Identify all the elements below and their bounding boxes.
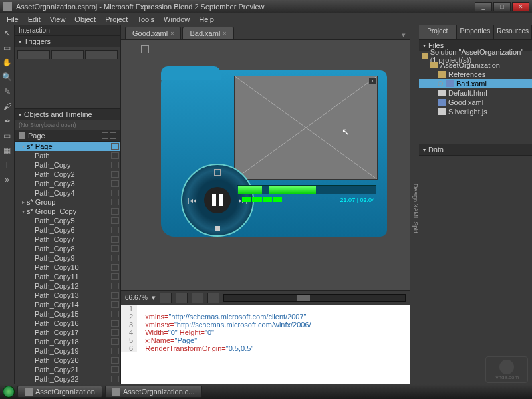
- visibility-toggle-icon[interactable]: [111, 329, 119, 336]
- pen-tool-icon[interactable]: ✒: [2, 116, 13, 126]
- visibility-toggle-icon[interactable]: [111, 236, 119, 243]
- eyedropper-tool-icon[interactable]: ✎: [2, 86, 13, 97]
- stop-icon[interactable]: [215, 226, 220, 231]
- menu-window[interactable]: Window: [160, 15, 194, 24]
- artboard[interactable]: x ↖ |◂◂ ▸▸| 21.07 | 02.04: [121, 40, 410, 290]
- layout-tool-icon[interactable]: ▦: [2, 145, 13, 156]
- view-split-button[interactable]: [192, 293, 203, 303]
- tree-item[interactable]: Path_Copy12: [15, 281, 120, 291]
- text-tool-icon[interactable]: T: [2, 160, 13, 170]
- zoom-dropdown-icon[interactable]: ▾: [152, 293, 156, 302]
- visibility-toggle-icon[interactable]: [111, 180, 119, 187]
- menu-tools[interactable]: Tools: [133, 15, 158, 24]
- tree-item[interactable]: Path_Copy19: [15, 346, 120, 356]
- menu-edit[interactable]: Edit: [24, 15, 45, 24]
- tree-item[interactable]: Path_Copy21: [15, 365, 120, 374]
- view-snap-button[interactable]: [176, 293, 188, 303]
- file-item[interactable]: References: [419, 70, 532, 79]
- tree-item[interactable]: Path_Copy9: [15, 253, 120, 263]
- menu-project[interactable]: Project: [101, 15, 132, 24]
- visibility-toggle-icon[interactable]: [111, 199, 119, 205]
- tree-item[interactable]: Path_Copy17: [15, 328, 120, 337]
- visibility-toggle-icon[interactable]: [111, 152, 119, 159]
- start-button[interactable]: [3, 386, 15, 398]
- taskbar-item[interactable]: AssetOrganization: [17, 386, 102, 398]
- visibility-toggle-icon[interactable]: [111, 208, 119, 215]
- tree-item[interactable]: ▾s* Page: [15, 142, 120, 151]
- visibility-toggle-icon[interactable]: [111, 283, 119, 289]
- taskbar-item[interactable]: AssetOrganization.c...: [105, 386, 202, 398]
- visibility-toggle-icon[interactable]: [111, 311, 119, 317]
- visibility-toggle-icon[interactable]: [111, 366, 119, 373]
- tree-item[interactable]: Path_Copy15: [15, 309, 120, 319]
- visibility-toggle-icon[interactable]: [111, 227, 119, 233]
- visibility-toggle-icon[interactable]: [111, 376, 119, 382]
- view-fit-button[interactable]: [207, 293, 219, 303]
- tree-item[interactable]: Path_Copy11: [15, 272, 120, 281]
- visibility-toggle-icon[interactable]: [111, 320, 119, 327]
- maximize-button[interactable]: □: [493, 2, 511, 11]
- visibility-icon[interactable]: [110, 132, 116, 139]
- tree-item[interactable]: Path_Copy20: [15, 356, 120, 365]
- tree-item[interactable]: Path_Copy22: [15, 374, 120, 384]
- tree-item[interactable]: ▸s* Group: [15, 198, 120, 207]
- document-tab[interactable]: Good.xaml×: [125, 27, 181, 39]
- zoom-tool-icon[interactable]: 🔍: [2, 72, 13, 82]
- pause-button[interactable]: [204, 187, 231, 213]
- minimize-button[interactable]: _: [475, 2, 492, 11]
- tree-item[interactable]: Path_Copy14: [15, 300, 120, 309]
- file-item[interactable]: Silverlight.js: [419, 107, 532, 116]
- close-button[interactable]: ✕: [512, 2, 529, 11]
- tree-item[interactable]: Path_Copy4: [15, 188, 120, 198]
- tree-item[interactable]: Path_Copy3: [15, 179, 120, 188]
- rectangle-tool-icon[interactable]: ▭: [2, 130, 13, 141]
- visibility-toggle-icon[interactable]: [111, 357, 119, 364]
- volume-meter[interactable]: [242, 197, 282, 202]
- tree-item[interactable]: Path_Copy: [15, 160, 120, 170]
- visibility-toggle-icon[interactable]: [111, 273, 119, 280]
- trigger-event-button[interactable]: [85, 50, 118, 59]
- page-root-row[interactable]: Page: [15, 130, 120, 142]
- interaction-header[interactable]: Interaction: [15, 25, 120, 36]
- view-mode-strip[interactable]: Design XAML Split: [410, 25, 419, 384]
- tree-item[interactable]: Path_Copy7: [15, 235, 120, 244]
- brush-tool-icon[interactable]: 🖌: [2, 101, 13, 112]
- file-item[interactable]: Default.html: [419, 88, 532, 98]
- tree-item[interactable]: Path_Copy2: [15, 170, 120, 179]
- file-item[interactable]: Solution "AssetOrganization" (1 project(…: [419, 51, 532, 61]
- data-header[interactable]: ▾Data: [419, 144, 532, 156]
- menu-file[interactable]: File: [3, 15, 23, 24]
- objects-timeline-header[interactable]: ▾Objects and Timeline: [15, 109, 120, 120]
- pan-tool-icon[interactable]: ✋: [2, 57, 13, 68]
- tree-item[interactable]: Path_Copy18: [15, 337, 120, 346]
- menu-object[interactable]: Object: [70, 15, 100, 24]
- tree-item[interactable]: Path_Copy10: [15, 263, 120, 272]
- visibility-toggle-icon[interactable]: [111, 301, 119, 308]
- visibility-toggle-icon[interactable]: [111, 143, 119, 150]
- trigger-remove-button[interactable]: [51, 50, 84, 59]
- view-grid-button[interactable]: [160, 293, 172, 303]
- right-tab-properties[interactable]: Properties: [457, 25, 495, 39]
- visibility-toggle-icon[interactable]: [111, 255, 119, 261]
- player-close-icon[interactable]: x: [369, 78, 376, 84]
- tab-close-icon[interactable]: ×: [170, 30, 174, 37]
- direct-select-tool-icon[interactable]: ▭: [2, 43, 13, 53]
- document-tab[interactable]: Bad.xaml×: [182, 27, 233, 39]
- menu-help[interactable]: Help: [195, 15, 218, 24]
- zoom-percent[interactable]: 66.67%: [125, 294, 148, 301]
- visibility-toggle-icon[interactable]: [111, 264, 119, 271]
- visibility-toggle-icon[interactable]: [111, 348, 119, 354]
- right-tab-resources[interactable]: Resources: [494, 25, 532, 39]
- visibility-toggle-icon[interactable]: [111, 217, 119, 224]
- menu-view[interactable]: View: [46, 15, 70, 24]
- visibility-toggle-icon[interactable]: [111, 338, 119, 345]
- file-item[interactable]: Bad.xaml: [419, 79, 532, 88]
- visibility-toggle-icon[interactable]: [111, 245, 119, 252]
- right-tab-project[interactable]: Project: [419, 25, 457, 39]
- xaml-editor[interactable]: 12 xmlns="http://schemas.microsoft.com/c…: [121, 305, 410, 384]
- file-item[interactable]: Good.xaml: [419, 98, 532, 107]
- tree-item[interactable]: ▾s* Group_Copy: [15, 207, 120, 216]
- tree-item[interactable]: Path_Copy13: [15, 291, 120, 300]
- triggers-header[interactable]: ▾Triggers: [15, 36, 120, 47]
- visibility-toggle-icon[interactable]: [111, 171, 119, 178]
